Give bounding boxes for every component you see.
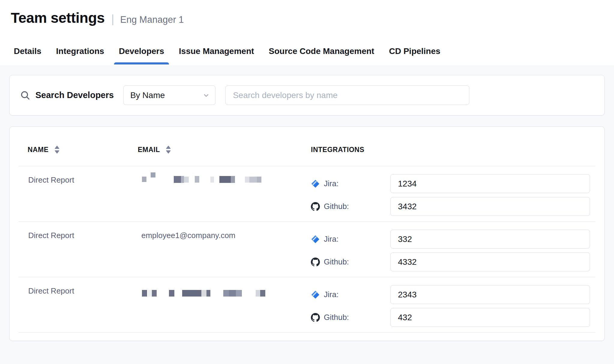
column-header-name[interactable]: NAME: [19, 145, 138, 154]
page: Team settings | Eng Manager 1 Details In…: [0, 0, 614, 364]
tab-cd-pipelines[interactable]: CD Pipelines: [384, 37, 445, 65]
developer-email-redacted: [138, 174, 311, 216]
tab-label: Integrations: [56, 46, 104, 56]
integrations-cell: Jira: Github:: [311, 285, 595, 327]
github-icon: [311, 202, 320, 211]
table-header-row: NAME EMAIL: [19, 127, 595, 166]
developer-email: employee1@company.com: [138, 230, 311, 271]
developers-table: NAME EMAIL: [9, 127, 605, 341]
github-label: Github:: [324, 313, 349, 322]
table-row: Direct Report employee1@company.com: [19, 222, 595, 277]
jira-id-input[interactable]: [390, 174, 590, 193]
column-header-integrations: INTEGRATIONS: [311, 145, 595, 154]
github-integration: Github:: [311, 308, 595, 327]
tab-details[interactable]: Details: [9, 37, 46, 65]
jira-icon: [311, 235, 320, 244]
active-tab-underline: [114, 62, 169, 64]
table-row: Direct Report: [19, 166, 595, 222]
developer-name: Direct Report: [19, 230, 138, 271]
github-icon: [311, 258, 320, 267]
github-integration: Github:: [311, 252, 595, 271]
tab-integrations[interactable]: Integrations: [51, 37, 109, 65]
search-developers-label: Search Developers: [35, 90, 114, 100]
tab-label: CD Pipelines: [389, 46, 440, 56]
team-name: Eng Manager 1: [120, 14, 184, 25]
jira-label: Jira:: [324, 290, 339, 299]
github-integration: Github:: [311, 197, 595, 216]
tab-label: Source Code Management: [269, 46, 375, 56]
page-title: Team settings: [11, 10, 105, 26]
tab-bar: Details Integrations Developers Issue Ma…: [0, 37, 614, 65]
jira-integration: Jira:: [311, 174, 595, 193]
github-id-input[interactable]: [390, 197, 590, 216]
column-header-email[interactable]: EMAIL: [138, 145, 311, 154]
sort-arrows-icon[interactable]: [55, 145, 59, 154]
jira-integration: Jira:: [311, 230, 595, 249]
tab-label: Developers: [119, 46, 164, 56]
search-panel: Search Developers By Name: [9, 75, 605, 115]
search-filter-select[interactable]: By Name: [123, 85, 215, 105]
github-id-input[interactable]: [390, 308, 590, 327]
page-header: Team settings | Eng Manager 1: [0, 0, 614, 37]
jira-icon: [311, 179, 320, 188]
tab-label: Details: [14, 46, 41, 56]
content-area: Search Developers By Name NAME: [0, 65, 614, 364]
tab-issue-management[interactable]: Issue Management: [174, 37, 259, 65]
table-row: Direct Report: [19, 277, 595, 333]
github-id-input[interactable]: [390, 252, 590, 271]
tab-label: Issue Management: [179, 46, 254, 56]
github-icon: [311, 313, 320, 322]
selected-filter-value: By Name: [130, 91, 165, 100]
column-label: NAME: [28, 146, 49, 154]
developer-name: Direct Report: [19, 285, 138, 327]
integrations-cell: Jira: Github:: [311, 174, 595, 216]
github-label: Github:: [324, 257, 349, 267]
redacted-email: [141, 283, 270, 298]
redacted-email: [141, 172, 270, 187]
title-separator: |: [111, 13, 114, 25]
column-label: INTEGRATIONS: [311, 146, 364, 154]
jira-label: Jira:: [324, 234, 339, 244]
search-icon: [20, 90, 31, 101]
github-label: Github:: [324, 202, 349, 211]
chevron-down-icon: [202, 91, 210, 100]
tab-developers[interactable]: Developers: [114, 37, 169, 65]
developer-name: Direct Report: [19, 174, 138, 216]
column-label: EMAIL: [138, 146, 160, 154]
tab-source-code-management[interactable]: Source Code Management: [264, 37, 379, 65]
integrations-cell: Jira: Github:: [311, 230, 595, 271]
jira-id-input[interactable]: [390, 285, 590, 304]
search-input[interactable]: [225, 85, 469, 105]
jira-icon: [311, 290, 320, 299]
jira-integration: Jira:: [311, 285, 595, 304]
jira-label: Jira:: [324, 179, 339, 188]
jira-id-input[interactable]: [390, 230, 590, 249]
developer-email-redacted: [138, 285, 311, 327]
sort-arrows-icon[interactable]: [166, 145, 171, 154]
